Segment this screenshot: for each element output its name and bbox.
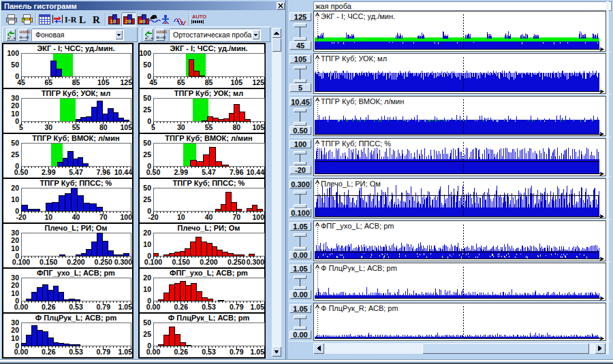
- svg-text:0.79: 0.79: [230, 303, 244, 311]
- svg-text:Н—Н: Н—Н: [157, 35, 166, 39]
- svg-text:0.00: 0.00: [14, 303, 29, 311]
- svg-text:30: 30: [177, 123, 185, 131]
- svg-text:7.96: 7.96: [230, 168, 244, 176]
- svg-text:100: 100: [139, 49, 151, 57]
- svg-text:105: 105: [97, 78, 110, 86]
- svg-text:0.00: 0.00: [146, 348, 161, 356]
- svg-text:-20: -20: [16, 213, 26, 221]
- svg-text:10: 10: [143, 285, 151, 293]
- svg-text:Ф ПлцРук_L; АСВ; pm: Ф ПлцРук_L; АСВ; pm: [35, 314, 117, 322]
- svg-text:ТПГР Куб; ППСС; %: ТПГР Куб; ППСС; %: [321, 139, 391, 148]
- svg-text:0.26: 0.26: [174, 303, 189, 311]
- svg-text:125: 125: [252, 78, 264, 86]
- svg-text:Ортостатическая проба: Ортостатическая проба: [173, 31, 251, 39]
- svg-text:20: 20: [143, 274, 151, 282]
- svg-text:100: 100: [252, 213, 264, 221]
- svg-text:0.100: 0.100: [144, 258, 162, 266]
- svg-text:0.53: 0.53: [202, 303, 216, 311]
- svg-text:25: 25: [143, 150, 151, 159]
- svg-text:0.100: 0.100: [12, 258, 30, 266]
- svg-text:20: 20: [143, 229, 151, 237]
- svg-text:40: 40: [205, 213, 213, 221]
- svg-text:20: 20: [11, 281, 19, 289]
- svg-text:ТПГР Куб; УОК; мл: ТПГР Куб; УОК; мл: [321, 54, 387, 63]
- svg-text:65: 65: [177, 78, 185, 86]
- svg-text:80: 80: [232, 123, 240, 131]
- svg-text:5.47: 5.47: [69, 168, 83, 176]
- svg-text:105: 105: [120, 123, 132, 131]
- svg-text:0.00: 0.00: [146, 303, 161, 311]
- svg-text:0.53: 0.53: [69, 348, 83, 356]
- svg-text:НАМЕ: НАМЕ: [20, 30, 31, 34]
- svg-text:Панель гистограмм: Панель гистограмм: [4, 2, 77, 10]
- svg-text:10: 10: [110, 18, 116, 24]
- svg-text:0.200: 0.200: [200, 258, 217, 266]
- svg-text:105: 105: [252, 123, 264, 131]
- svg-text:10: 10: [11, 334, 19, 342]
- svg-text:45: 45: [296, 42, 304, 50]
- svg-text:20: 20: [11, 184, 19, 192]
- svg-text:-20: -20: [148, 213, 158, 221]
- svg-text:1.05: 1.05: [293, 222, 307, 231]
- svg-text:0.26: 0.26: [42, 303, 56, 311]
- svg-text:ЭКГ - I; ЧСС; уд./мин.: ЭКГ - I; ЧСС; уд./мин.: [321, 12, 395, 20]
- svg-text:10.44: 10.44: [247, 168, 264, 176]
- svg-text:0.300: 0.300: [114, 258, 132, 266]
- svg-text:ТПГР Куб; УОК; мл: ТПГР Куб; УОК; мл: [174, 89, 243, 97]
- svg-text:ТПГР Куб; ВМОК; л/мин: ТПГР Куб; ВМОК; л/мин: [32, 134, 119, 142]
- svg-text:н→н: н→н: [145, 36, 153, 40]
- svg-text:0.50: 0.50: [14, 168, 29, 176]
- svg-text:55: 55: [72, 123, 80, 131]
- svg-text:0.150: 0.150: [172, 258, 190, 266]
- svg-text:125: 125: [120, 78, 132, 86]
- svg-text:50: 50: [11, 139, 19, 147]
- svg-text:Плечо_L; РИ; Ом: Плечо_L; РИ; Ом: [321, 180, 381, 188]
- svg-text:Ф ПлцРук_L; АСВ; pm: Ф ПлцРук_L; АСВ; pm: [168, 314, 250, 322]
- svg-text:Фоновая: Фоновая: [35, 31, 64, 39]
- svg-text:105: 105: [230, 78, 242, 86]
- svg-text:0.53: 0.53: [202, 348, 216, 356]
- svg-text:85: 85: [205, 78, 213, 86]
- svg-text:25: 25: [143, 195, 151, 203]
- svg-text:0.100: 0.100: [291, 209, 310, 217]
- svg-text:10: 10: [143, 240, 151, 248]
- svg-text:10: 10: [11, 244, 19, 252]
- svg-text:100: 100: [294, 140, 306, 148]
- svg-text:0.300: 0.300: [291, 180, 310, 188]
- svg-text:0.26: 0.26: [42, 348, 56, 356]
- svg-text:7.96: 7.96: [97, 168, 111, 176]
- svg-text:80: 80: [99, 123, 108, 131]
- svg-text:100: 100: [120, 213, 132, 221]
- svg-text:0.200: 0.200: [67, 258, 84, 266]
- svg-text:ТПГР Куб; ВМОК; л/мин: ТПГР Куб; ВМОК; л/мин: [321, 97, 404, 105]
- svg-text:5: 5: [19, 123, 23, 131]
- svg-text:40: 40: [72, 213, 80, 221]
- svg-text:50: 50: [11, 61, 19, 69]
- svg-text:30: 30: [44, 123, 52, 131]
- svg-text:-20: -20: [295, 166, 306, 174]
- svg-text:85: 85: [72, 78, 80, 86]
- svg-text:50: 50: [143, 139, 151, 147]
- svg-text:1.05: 1.05: [119, 348, 133, 356]
- svg-text:10: 10: [11, 110, 19, 118]
- svg-text:50: 50: [143, 318, 151, 327]
- svg-text:ЭКГ - I; ЧСС; уд./мин.: ЭКГ - I; ЧСС; уд./мин.: [37, 44, 114, 52]
- svg-text:0.79: 0.79: [97, 348, 111, 356]
- svg-text:105: 105: [294, 55, 306, 63]
- svg-text:30: 30: [11, 274, 19, 282]
- svg-text:20: 20: [11, 101, 19, 110]
- svg-text:5: 5: [298, 84, 302, 92]
- svg-text:1.05: 1.05: [251, 348, 265, 356]
- svg-text:0.26: 0.26: [174, 348, 189, 356]
- svg-text:ЭКГ - I; ЧСС; уд./мин.: ЭКГ - I; ЧСС; уд./мин.: [170, 44, 247, 52]
- svg-text:0.53: 0.53: [69, 303, 83, 311]
- svg-text:I-R: I-R: [65, 15, 77, 24]
- svg-text:70: 70: [99, 213, 108, 221]
- svg-text:Ф ПлцРук_L; АСВ; pm: Ф ПлцРук_L; АСВ; pm: [321, 264, 397, 272]
- svg-text:L: L: [79, 14, 86, 25]
- svg-text:ФПГ_ухо_L; АСВ; pm: ФПГ_ухо_L; АСВ; pm: [170, 269, 248, 277]
- svg-text:0.00: 0.00: [293, 251, 307, 259]
- svg-text:30: 30: [11, 94, 19, 102]
- svg-text:2.99: 2.99: [174, 168, 189, 176]
- svg-text:65: 65: [44, 78, 52, 86]
